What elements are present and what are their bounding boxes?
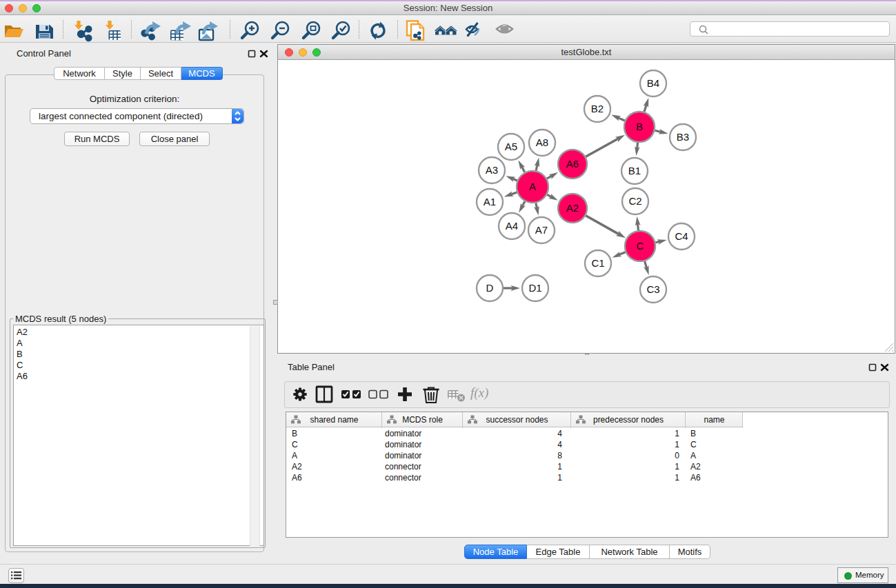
svg-text:A3: A3 bbox=[486, 164, 498, 176]
svg-text:B2: B2 bbox=[591, 103, 604, 114]
svg-text:A2: A2 bbox=[566, 202, 579, 214]
svg-text:B1: B1 bbox=[628, 165, 641, 176]
svg-text:A: A bbox=[529, 181, 536, 192]
svg-text:C3: C3 bbox=[646, 283, 659, 295]
svg-text:C2: C2 bbox=[628, 195, 641, 207]
svg-text:A1: A1 bbox=[484, 196, 496, 207]
svg-text:D: D bbox=[486, 282, 494, 294]
svg-text:B3: B3 bbox=[677, 131, 689, 143]
svg-text:C1: C1 bbox=[591, 257, 604, 269]
svg-text:B4: B4 bbox=[647, 77, 659, 89]
svg-text:C: C bbox=[637, 240, 644, 252]
svg-text:D1: D1 bbox=[528, 282, 541, 294]
svg-text:A5: A5 bbox=[505, 141, 517, 152]
svg-text:A7: A7 bbox=[535, 224, 548, 236]
svg-text:A6: A6 bbox=[566, 158, 579, 170]
svg-text:B: B bbox=[636, 121, 643, 132]
svg-text:C4: C4 bbox=[675, 230, 688, 242]
svg-text:A4: A4 bbox=[506, 220, 518, 232]
svg-text:A8: A8 bbox=[536, 136, 548, 148]
